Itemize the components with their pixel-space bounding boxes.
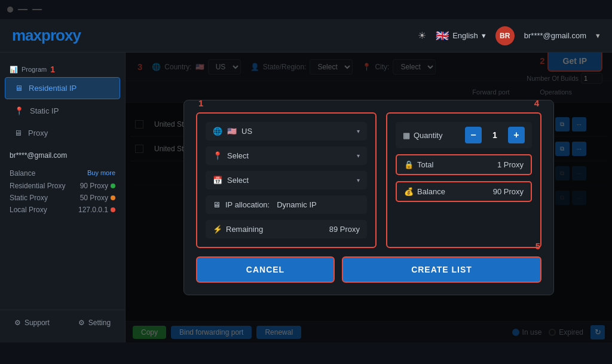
sidebar-program-label: 📊 Program 1 [0,60,125,77]
total-value: 1 Proxy [497,160,524,169]
quantity-minus-btn[interactable]: − [465,127,482,143]
modal-region-row[interactable]: 📅 Select ▾ [206,171,367,189]
sidebar-user-email: br****@gmail.com [0,144,125,167]
quantity-label: ▦ Quantity [403,131,460,140]
remaining-icon: ⚡ [213,225,222,234]
modal-city-value: Select [227,151,352,160]
header-right: ☀ 🇬🇧 English ▾ BR br****@gmail.com ▾ [418,26,600,45]
main-layout: 📊 Program 1 🖥 Residential IP 📍 Static IP… [0,53,612,342]
modal-region-icon: 📅 [213,176,222,185]
balance-label: Balance [10,169,35,178]
modal-overlay: 1 🌐 🇺🇸 US ▾ 📍 Select [126,53,612,342]
modal-country-row[interactable]: 🌐 🇺🇸 US ▾ [206,122,367,140]
proxy-label: Proxy [28,129,48,137]
residential-ip-label: Residential IP [29,84,76,93]
language-selector[interactable]: 🇬🇧 English ▾ [436,29,486,42]
ip-alloc-label: IP allocation: [225,200,270,209]
content-area: 3 🌐 Country: 🇺🇸 US 👤 State/Region: Selec… [126,53,612,342]
modal-remaining-row: ⚡ Remaining 89 Proxy [206,220,367,238]
program-badge: 1 [50,65,55,74]
modal-balance-row: 💰 Balance 90 Proxy [396,181,532,202]
cancel-button[interactable]: CANCEL [196,256,335,283]
close-icon[interactable] [7,7,13,13]
sidebar-balance-row: Balance Buy more [0,167,125,180]
logo: maxproxy [12,26,81,45]
modal-city-arrow: ▾ [357,152,360,159]
static-proxy-info: Static Proxy 50 Proxy [0,192,125,204]
modal-ip-alloc-row: 🖥 IP allocation: Dynamic IP [206,195,367,214]
minimize-icon[interactable] [18,9,27,10]
modal-badge-5: 5 [536,241,540,251]
static-ip-icon: 📍 [14,106,24,115]
language-label: English [452,31,478,40]
static-status-dot [111,195,115,200]
modal-body: 1 🌐 🇺🇸 US ▾ 📍 Select [196,112,541,248]
total-icon: 🔒 [404,160,414,169]
create-list-button[interactable]: CREATE LIST [342,256,541,283]
static-ip-label: Static IP [30,106,59,115]
setting-icon: ⚙ [78,319,85,327]
ip-alloc-value: Dynamic IP [277,200,316,209]
modal-region-arrow: ▾ [357,177,360,183]
residential-status-dot [111,183,115,188]
modal-dialog: 1 🌐 🇺🇸 US ▾ 📍 Select [183,100,554,295]
modal-left-panel: 1 🌐 🇺🇸 US ▾ 📍 Select [196,112,377,248]
balance-label: Balance [417,187,445,196]
modal-country-value: US [241,127,252,136]
balance-icon: 💰 [404,187,414,196]
support-btn[interactable]: ⚙ Support [10,315,54,331]
quantity-value: 1 [486,130,503,140]
avatar: BR [495,26,515,45]
modal-city-row[interactable]: 📍 Select ▾ [206,146,367,165]
balance-value: 90 Proxy [493,187,524,196]
setting-btn[interactable]: ⚙ Setting [74,315,115,331]
header: maxproxy ☀ 🇬🇧 English ▾ BR br****@gmail.… [0,19,612,53]
maximize-icon[interactable] [32,9,42,10]
modal-actions: 5 CANCEL CREATE LIST [196,256,541,283]
residential-proxy-info: Residential Proxy 90 Proxy [0,180,125,192]
sidebar: 📊 Program 1 🖥 Residential IP 📍 Static IP… [0,53,126,342]
sidebar-item-residential-ip[interactable]: 🖥 Residential IP [5,77,120,99]
support-icon: ⚙ [14,319,21,327]
title-bar [0,0,612,19]
local-status-dot [111,207,115,212]
lang-arrow-icon: ▾ [482,31,486,40]
modal-total-row: 🔒 Total 1 Proxy [396,154,532,175]
remaining-value: 89 Proxy [329,225,360,234]
quantity-plus-btn[interactable]: + [508,127,525,143]
modal-region-value: Select [227,176,352,185]
sun-icon[interactable]: ☀ [418,30,426,41]
flag-icon: 🇬🇧 [436,29,449,42]
remaining-label: Remaining [226,225,263,234]
total-label: Total [417,160,433,169]
modal-country-arrow: ▾ [357,128,360,134]
logo-proxy: proxy [41,26,81,44]
modal-badge-4: 4 [534,98,539,108]
user-menu-icon[interactable]: ▾ [596,31,600,40]
residential-ip-icon: 🖥 [15,84,23,93]
user-email: br****@gmail.com [524,31,586,40]
modal-badge-1: 1 [198,98,203,108]
proxy-icon: 🖥 [14,129,22,137]
sidebar-item-proxy[interactable]: 🖥 Proxy [5,123,120,143]
modal-globe-icon: 🌐 [213,127,222,136]
sidebar-item-static-ip[interactable]: 📍 Static IP [5,100,120,121]
modal-right-panel: 4 ▦ Quantity − 1 + [386,112,541,248]
modal-city-icon: 📍 [213,151,222,160]
quantity-icon: ▦ [403,131,410,140]
local-proxy-info: Local Proxy 127.0.0.1 [0,204,125,216]
buy-more-link[interactable]: Buy more [87,169,115,178]
logo-max: max [12,26,41,44]
modal-quantity-row: ▦ Quantity − 1 + [396,122,532,148]
sidebar-footer: ⚙ Support ⚙ Setting [0,310,125,335]
modal-country-flag: 🇺🇸 [227,127,237,136]
ip-alloc-icon: 🖥 [213,200,221,209]
